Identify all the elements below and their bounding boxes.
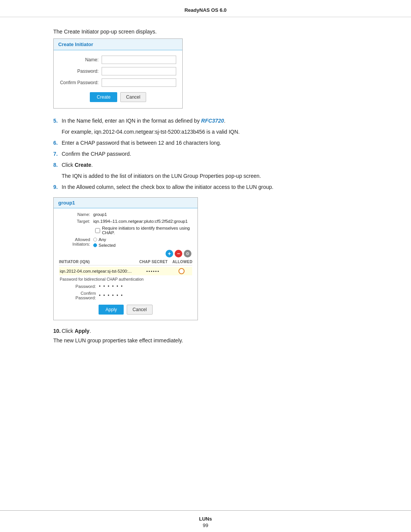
- chap-label: Require initiators to identify themselve…: [102, 226, 192, 235]
- table-iqn-value: iqn.2012-04.com.netgear:sj-tst-5200:...: [60, 269, 134, 273]
- step-10-text: Click Apply.: [62, 327, 358, 335]
- group1-name-value: group1: [93, 212, 107, 217]
- group1-name-row: Name: group1: [59, 212, 192, 217]
- apply-button[interactable]: Apply: [99, 305, 124, 315]
- confirm-password-label: Confirm Password:: [60, 80, 102, 85]
- footer-page-num: 99: [0, 522, 411, 528]
- step-5-num: 5.: [53, 117, 62, 125]
- allowed-options: Any Selected: [93, 237, 116, 248]
- chap-checkbox-row: Require initiators to identify themselve…: [95, 226, 192, 235]
- step-9-text: In the Allowed column, select the check …: [62, 183, 358, 191]
- step-6-text: Enter a CHAP password that is between 12…: [62, 139, 358, 147]
- col-iqn-header: INITIATOR (IQN): [59, 260, 135, 264]
- popup-confirm-password-label: Confirm Password:: [59, 291, 99, 300]
- popup-password-row: Password: • • • • • •: [59, 284, 192, 289]
- steps-list: 5. In the Name field, enter an IQN in th…: [53, 117, 358, 191]
- step-5-indent: For example, iqn.2012-04.com.netgear:sj-…: [62, 128, 358, 136]
- popup-confirm-password-dots: • • • • • •: [99, 293, 123, 298]
- step-8-indent: The IQN is added to the list of initiato…: [62, 172, 358, 180]
- cancel-button-group[interactable]: Cancel: [127, 305, 152, 315]
- col-allowed-header: ALLOWED: [172, 260, 192, 264]
- radio-selected-label: Selected: [99, 243, 116, 248]
- group1-name-label: Name:: [59, 212, 93, 217]
- name-label: Name:: [60, 57, 102, 62]
- icons-row: + − ⚙: [59, 250, 192, 257]
- radio-any-label: Any: [99, 237, 106, 242]
- create-initiator-title: Create Initiator: [54, 39, 182, 50]
- table-header: INITIATOR (IQN) CHAP SECRET ALLOWED: [59, 260, 192, 265]
- create-initiator-body: Name: Password: Confirm Password: Create…: [54, 50, 182, 108]
- create-button[interactable]: Create: [90, 92, 117, 102]
- create-initiator-popup: Create Initiator Name: Password: Confirm…: [53, 38, 183, 109]
- header-title: ReadyNAS OS 6.0: [185, 7, 227, 13]
- popup-password-dots: • • • • • •: [99, 284, 123, 289]
- table-chap-value: ••••••: [134, 269, 172, 273]
- popup-password-label: Password:: [59, 284, 99, 289]
- add-icon[interactable]: +: [166, 250, 173, 257]
- page-footer: LUNs 99: [0, 510, 411, 532]
- step-7-text: Confirm the CHAP password.: [62, 150, 358, 158]
- create-initiator-buttons: Create Cancel: [60, 92, 176, 102]
- step-10-num: 10.: [53, 327, 62, 335]
- step-6: 6. Enter a CHAP password that is between…: [53, 139, 358, 147]
- page-content: The Create Initiator pop-up screen displ…: [0, 17, 411, 374]
- footer-label: LUNs: [0, 516, 411, 522]
- bidir-text: Password for bidirectional CHAP authenti…: [60, 277, 192, 281]
- final-note: The new LUN group properties take effect…: [53, 337, 358, 343]
- radio-selected-circle[interactable]: [93, 243, 97, 247]
- remove-icon[interactable]: −: [175, 250, 182, 257]
- step-7: 7. Confirm the CHAP password.: [53, 150, 358, 158]
- radio-any-circle[interactable]: [93, 238, 97, 241]
- radio-selected-row: Selected: [93, 243, 116, 248]
- group1-body: Name: group1 Target: iqn.1994–11.com.net…: [54, 208, 198, 320]
- step-9-num: 9.: [53, 183, 62, 191]
- settings-icon[interactable]: ⚙: [184, 250, 191, 257]
- step-9: 9. In the Allowed column, select the che…: [53, 183, 358, 191]
- group1-bottom-buttons: Apply Cancel: [59, 305, 192, 315]
- allowed-section: Allowed Initiators: Any Selected: [59, 237, 192, 248]
- confirm-password-field-row: Confirm Password:: [60, 78, 176, 87]
- step-8-num: 8.: [53, 161, 62, 169]
- chap-checkbox[interactable]: [95, 228, 100, 233]
- step-8: 8. Click Create.: [53, 161, 358, 169]
- step-5: 5. In the Name field, enter an IQN in th…: [53, 117, 358, 125]
- group1-title: group1: [54, 198, 198, 208]
- page-header: ReadyNAS OS 6.0: [0, 0, 411, 17]
- allowed-label: Allowed Initiators:: [59, 237, 93, 248]
- step-10: 10. Click Apply.: [53, 327, 358, 335]
- popup-confirm-password-row: Confirm Password: • • • • • •: [59, 291, 192, 300]
- step-6-num: 6.: [53, 139, 62, 147]
- group1-popup: group1 Name: group1 Target: iqn.1994–11.…: [53, 197, 198, 320]
- password-field-row: Password:: [60, 67, 176, 75]
- name-field-row: Name:: [60, 56, 176, 64]
- group1-target-row: Target: iqn.1994–11.com.netgear:pluto:cf…: [59, 219, 192, 224]
- confirm-password-input[interactable]: [102, 78, 176, 87]
- step-5-text: In the Name field, enter an IQN in the f…: [62, 117, 358, 125]
- intro-text: The Create Initiator pop-up screen displ…: [53, 29, 358, 35]
- password-input[interactable]: [102, 67, 176, 75]
- table-allowed-value[interactable]: [172, 268, 191, 274]
- radio-any-row: Any: [93, 237, 116, 242]
- cancel-button-create[interactable]: Cancel: [120, 92, 146, 102]
- step-7-num: 7.: [53, 150, 62, 158]
- group1-target-value: iqn.1994–11.com.netgear:pluto:cf5:2f5d2:…: [93, 219, 188, 224]
- rfc3720-link[interactable]: RFC3720: [201, 118, 224, 124]
- col-chap-header: CHAP SECRET: [135, 260, 172, 264]
- step-8-text: Click Create.: [62, 161, 358, 169]
- name-input[interactable]: [102, 56, 176, 64]
- table-row: iqn.2012-04.com.netgear:sj-tst-5200:... …: [59, 267, 192, 275]
- allowed-checkbox-circle[interactable]: [178, 268, 185, 274]
- group1-target-label: Target:: [59, 219, 93, 224]
- password-label: Password:: [60, 69, 102, 74]
